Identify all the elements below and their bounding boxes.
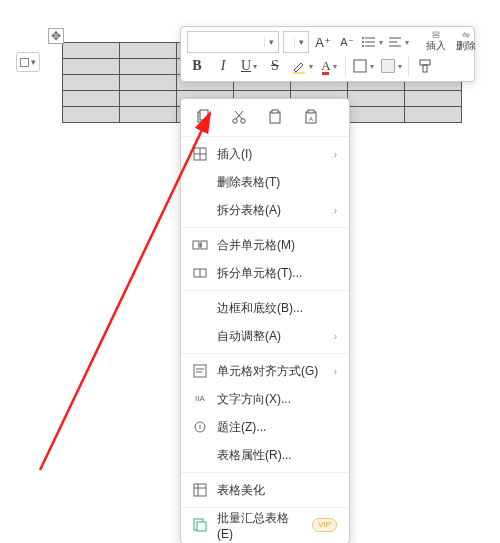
insert-icon <box>191 145 209 163</box>
menu-item-insert[interactable]: 插入(I) › <box>181 140 349 168</box>
svg-rect-10 <box>433 36 439 38</box>
menu-item-merge-cells[interactable]: 合并单元格(M) <box>181 231 349 259</box>
format-painter-button[interactable] <box>415 55 435 77</box>
caption-icon <box>191 418 209 436</box>
cut-button[interactable] <box>229 107 249 127</box>
menu-item-delete-table[interactable]: 删除表格(T) <box>181 168 349 196</box>
paste-button[interactable] <box>265 107 285 127</box>
outline-toggle[interactable]: ▾ <box>16 52 40 72</box>
borders-icon <box>352 58 368 74</box>
font-color-swatch <box>322 72 329 75</box>
paste-special-icon: A <box>303 109 319 125</box>
svg-rect-14 <box>293 72 305 74</box>
cut-icon <box>231 109 247 125</box>
bullets-button[interactable]: ▾ <box>361 31 383 53</box>
menu-item-cell-align[interactable]: 单元格对齐方式(G) › <box>181 357 349 385</box>
strike-button[interactable]: S <box>265 55 285 77</box>
svg-rect-29 <box>308 110 314 113</box>
shrink-font-button[interactable]: A⁻ <box>337 31 357 53</box>
list-icon <box>361 34 377 50</box>
svg-rect-38 <box>194 365 206 377</box>
insert-row-icon <box>428 31 444 39</box>
menu-item-autofit[interactable]: 自动调整(A) › <box>181 322 349 350</box>
mini-toolbar: ▾ ▾ A⁺ A⁻ ▾ ▾ 插入 删 <box>180 26 475 82</box>
chevron-down-icon: ▾ <box>264 37 278 47</box>
italic-button[interactable]: I <box>213 55 233 77</box>
svg-rect-15 <box>354 60 366 72</box>
svg-point-22 <box>233 119 237 123</box>
svg-line-25 <box>235 111 242 119</box>
delete-big-button[interactable]: 删除 <box>451 31 481 53</box>
svg-point-4 <box>362 41 364 43</box>
menu-item-table-props[interactable]: 表格属性(R)... <box>181 441 349 469</box>
align-icon <box>387 34 403 50</box>
svg-point-23 <box>241 119 245 123</box>
square-icon <box>20 58 29 67</box>
delete-row-icon <box>458 31 474 39</box>
batch-summary-icon <box>191 516 209 534</box>
svg-line-24 <box>236 111 243 119</box>
shading-button[interactable]: ▾ <box>380 55 402 77</box>
menu-item-split-cells[interactable]: 拆分单元格(T)... <box>181 259 349 287</box>
borders-button[interactable]: ▾ <box>352 55 374 77</box>
svg-rect-17 <box>382 60 394 72</box>
copy-button[interactable] <box>193 107 213 127</box>
align-button[interactable]: ▾ <box>387 31 409 53</box>
menu-item-borders-shading[interactable]: 边框和底纹(B)... <box>181 294 349 322</box>
brush-icon <box>417 58 433 74</box>
bold-button[interactable]: B <box>187 55 207 77</box>
cell-align-icon <box>191 362 209 380</box>
font-size-select[interactable]: ▾ <box>283 31 309 53</box>
chevron-right-icon: › <box>334 331 337 342</box>
copy-icon <box>195 109 211 125</box>
chevron-down-icon: ▾ <box>31 57 36 67</box>
svg-rect-27 <box>272 110 278 113</box>
bucket-icon <box>380 58 396 74</box>
paste-icon <box>267 109 283 125</box>
separator <box>408 56 409 76</box>
svg-rect-26 <box>270 112 280 123</box>
table-context-menu: A 插入(I) › 删除表格(T) 拆分表格(A) › 合并单元格(M) 拆分单… <box>180 98 350 543</box>
svg-text:IIA: IIA <box>195 394 205 403</box>
svg-point-3 <box>362 37 364 39</box>
highlight-icon <box>291 58 307 74</box>
separator <box>345 56 346 76</box>
merge-cells-icon <box>191 236 209 254</box>
svg-rect-19 <box>423 65 427 72</box>
grow-font-button[interactable]: A⁺ <box>313 31 333 53</box>
menu-item-text-direction[interactable]: IIA 文字方向(X)... <box>181 385 349 413</box>
svg-line-13 <box>464 32 468 38</box>
beautify-icon <box>191 481 209 499</box>
chevron-right-icon: › <box>334 149 337 160</box>
insert-big-button[interactable]: 插入 <box>421 31 451 53</box>
underline-button[interactable]: U▾ <box>239 55 259 77</box>
svg-rect-9 <box>433 32 439 34</box>
vip-badge: VIP <box>312 518 337 532</box>
menu-item-split-table[interactable]: 拆分表格(A) › <box>181 196 349 224</box>
menu-item-batch-summary[interactable]: 批量汇总表格(E) VIP <box>181 511 349 539</box>
chevron-right-icon: › <box>334 366 337 377</box>
menu-item-caption[interactable]: 题注(Z)... <box>181 413 349 441</box>
paste-special-button[interactable]: A <box>301 107 321 127</box>
svg-rect-18 <box>420 60 430 65</box>
highlight-button[interactable]: ▾ <box>291 55 313 77</box>
delete-label: 删除 <box>456 39 476 53</box>
menu-item-table-beautify[interactable]: 表格美化 <box>181 476 349 504</box>
svg-rect-21 <box>200 110 208 120</box>
table-move-handle[interactable]: ✥ <box>48 28 64 44</box>
svg-rect-44 <box>194 484 206 496</box>
font-name-select[interactable]: ▾ <box>187 31 279 53</box>
font-color-button[interactable]: A ▾ <box>319 55 339 77</box>
split-cells-icon <box>191 264 209 282</box>
chevron-down-icon: ▾ <box>294 37 308 47</box>
svg-rect-48 <box>197 522 206 531</box>
svg-text:A: A <box>309 116 313 122</box>
svg-point-5 <box>362 45 364 47</box>
insert-label: 插入 <box>426 39 446 53</box>
chevron-right-icon: › <box>334 205 337 216</box>
text-direction-icon: IIA <box>191 390 209 408</box>
